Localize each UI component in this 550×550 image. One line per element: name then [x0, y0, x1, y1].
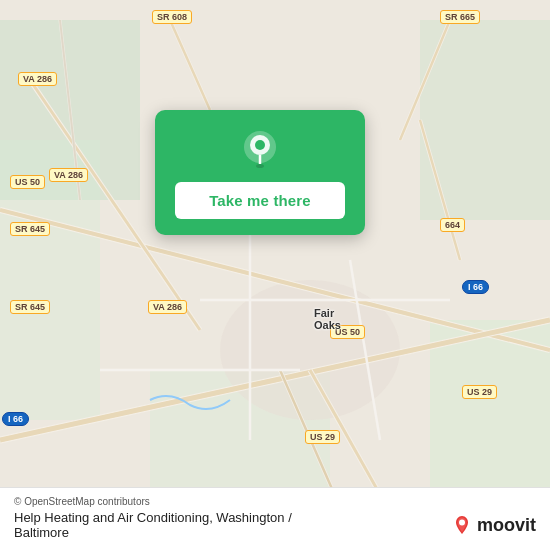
road-badge-i66-left: I 66	[2, 412, 29, 426]
road-badge-us29-right: US 29	[462, 385, 497, 399]
road-badge-va286-top: VA 286	[18, 72, 57, 86]
road-badge-us50-left: US 50	[10, 175, 45, 189]
attribution: © OpenStreetMap contributors	[14, 496, 536, 507]
map-roads	[0, 0, 550, 550]
road-badge-664: 664	[440, 218, 465, 232]
road-badge-us29-bot: US 29	[305, 430, 340, 444]
road-badge-va286-low: VA 286	[148, 300, 187, 314]
road-badge-va286-mid: VA 286	[49, 168, 88, 182]
svg-point-32	[255, 140, 265, 150]
svg-point-35	[459, 520, 465, 526]
place-name: Help Heating and Air Conditioning, Washi…	[14, 510, 451, 540]
svg-point-33	[256, 164, 264, 168]
road-badge-sr645-top: SR 645	[10, 222, 50, 236]
road-badge-sr665: SR 665	[440, 10, 480, 24]
road-badge-sr645-bot: SR 645	[10, 300, 50, 314]
map-container: VA 286 US 50 SR 608 SR 665 VA 286 SR 645…	[0, 0, 550, 550]
fair-oaks-label: FairOaks	[314, 307, 341, 331]
road-badge-i66-right: I 66	[462, 280, 489, 294]
moovit-logo: moovit	[451, 514, 536, 536]
svg-line-13	[170, 20, 210, 110]
moovit-text: moovit	[477, 515, 536, 536]
pin-icon	[238, 128, 282, 172]
location-card: Take me there	[155, 110, 365, 235]
bottom-bar: © OpenStreetMap contributors Help Heatin…	[0, 487, 550, 550]
attribution-text: © OpenStreetMap contributors	[14, 496, 150, 507]
bottom-content: Help Heating and Air Conditioning, Washi…	[14, 510, 536, 540]
road-badge-sr608: SR 608	[152, 10, 192, 24]
moovit-icon	[451, 514, 473, 536]
take-me-there-button[interactable]: Take me there	[175, 182, 345, 219]
